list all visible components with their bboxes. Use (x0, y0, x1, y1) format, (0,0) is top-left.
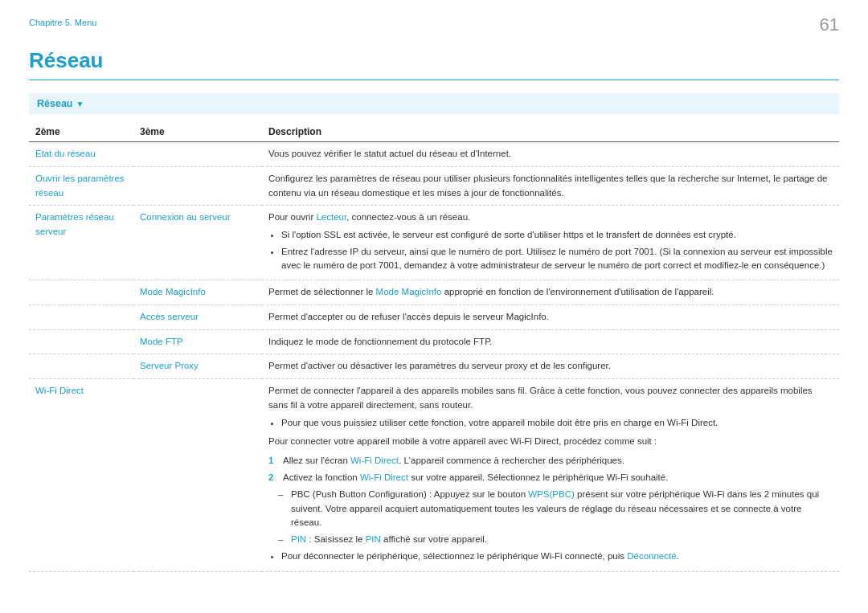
row4-col1 (29, 280, 133, 305)
row8-col1: Wi-Fi Direct (29, 379, 133, 571)
num-1: 1 (268, 454, 280, 468)
serveur-proxy-link[interactable]: Serveur Proxy (140, 361, 199, 370)
table-row: Accès serveur Permet d'accepter ou de re… (29, 304, 839, 329)
table-row: Serveur Proxy Permet d'activer ou désact… (29, 354, 839, 379)
numbered-text-2: Activez la fonction Wi-Fi Direct sur vot… (283, 471, 668, 484)
col-header-1: 2ème (29, 122, 133, 142)
wifi-direct-bullets: Pour que vous puissiez utiliser cette fo… (281, 416, 833, 430)
row1-col2 (133, 142, 262, 167)
row4-col2: Mode MagicInfo (133, 280, 262, 305)
list-item: Pour déconnecter le périphérique, sélect… (281, 550, 833, 563)
deconnecte-link[interactable]: Déconnecté (627, 551, 676, 561)
row4-col3: Permet de sélectionner le Mode MagicInfo… (262, 280, 839, 305)
row7-col3: Permet d'activer ou désactiver les param… (262, 354, 839, 379)
content-table: 2ème 3ème Description État du réseau Vou… (29, 122, 839, 572)
page-number: 61 (820, 14, 839, 35)
connexion-serveur-link[interactable]: Connexion au serveur (140, 212, 231, 222)
mode-ftp-link[interactable]: Mode FTP (140, 337, 183, 346)
page-title: Réseau (29, 48, 839, 73)
pin-text: PIN : Saisissez le PIN affiché sur votre… (291, 533, 487, 546)
params-reseau-serveur-link[interactable]: Paramètres réseau serveur (35, 212, 114, 236)
row1-col3: Vous pouvez vérifier le statut actuel du… (262, 142, 839, 167)
wifi-direct-intro2: Pour connecter votre appareil mobile à v… (268, 435, 833, 449)
wifi-direct-part1: Permet de connecter l'appareil à des app… (268, 386, 813, 410)
table-row: Paramètres réseau serveur Connexion au s… (29, 206, 839, 280)
list-item-pin: PIN : Saisissez le PIN affiché sur votre… (278, 533, 833, 546)
wps-pbc-link[interactable]: WPS(PBC) (528, 489, 575, 499)
chapter-label: Chapitre 5. Menu (29, 18, 96, 27)
pin-link-2[interactable]: PIN (366, 534, 381, 544)
title-divider (29, 80, 839, 80)
mode-magicinfo-link[interactable]: Mode MagicInfo (140, 287, 206, 296)
row6-col3: Indiquez le mode de fonctionnement du pr… (262, 329, 839, 354)
row6-col2: Mode FTP (133, 329, 262, 354)
row6-col1 (29, 329, 133, 354)
row2-col2 (133, 166, 262, 206)
table-row: Mode MagicInfo Permet de sélectionner le… (29, 280, 839, 305)
row5-col2: Accès serveur (133, 304, 262, 329)
table-row: Mode FTP Indiquez le mode de fonctionnem… (29, 329, 839, 354)
wifi-direct-final-bullet: Pour déconnecter le périphérique, sélect… (281, 550, 833, 563)
row7-col2: Serveur Proxy (133, 354, 262, 379)
row3-col1: Paramètres réseau serveur (29, 206, 133, 280)
row8-col3: Permet de connecter l'appareil à des app… (262, 379, 839, 571)
lecteur-link[interactable]: Lecteur (316, 212, 346, 222)
row2-col3: Configurez les paramètres de réseau pour… (262, 166, 839, 206)
numbered-item-2: 2 Activez la fonction Wi-Fi Direct sur v… (268, 471, 833, 484)
wifi-direct-dash-list: PBC (Push Button Configuration) : Appuye… (278, 488, 833, 546)
list-item: Entrez l'adresse IP du serveur, ainsi qu… (281, 245, 833, 273)
main-content: Réseau Réseau ▼ 2ème 3ème Description Ét… (0, 48, 868, 572)
row2-col1: Ouvrir les paramètres réseau (29, 166, 133, 206)
list-item-pbc: PBC (Push Button Configuration) : Appuye… (278, 488, 833, 529)
pin-link[interactable]: PIN (291, 534, 306, 544)
table-row: Wi-Fi Direct Permet de connecter l'appar… (29, 379, 839, 571)
wifi-direct-link-inline-1[interactable]: Wi-Fi Direct (350, 456, 399, 465)
ouvrir-params-link[interactable]: Ouvrir les paramètres réseau (35, 174, 125, 198)
pbc-text: PBC (Push Button Configuration) : Appuye… (291, 488, 833, 529)
numbered-text-1: Allez sur l'écran Wi-Fi Direct. L'appare… (283, 454, 624, 468)
row3-col3: Pour ouvrir Lecteur, connectez-vous à un… (262, 206, 839, 280)
col-header-2: 3ème (133, 122, 262, 142)
row7-col1 (29, 354, 133, 379)
etat-reseau-link[interactable]: État du réseau (35, 149, 96, 158)
row3-bullets: Si l'option SSL est activée, le serveur … (281, 228, 833, 272)
section-label: Réseau (37, 98, 72, 109)
num-2: 2 (268, 471, 280, 484)
acces-serveur-link[interactable]: Accès serveur (140, 312, 199, 321)
row3-intro: Pour ouvrir Lecteur, connectez-vous à un… (268, 212, 470, 222)
table-header-row: 2ème 3ème Description (29, 122, 839, 142)
row1-col1: État du réseau (29, 142, 133, 167)
section-arrow-icon: ▼ (76, 100, 84, 108)
wifi-direct-link[interactable]: Wi-Fi Direct (35, 386, 84, 395)
col-header-3: Description (262, 122, 839, 142)
table-row: État du réseau Vous pouvez vérifier le s… (29, 142, 839, 167)
row3-col2: Connexion au serveur (133, 206, 262, 280)
mode-magicinfo-inline-link[interactable]: Mode MagicInfo (376, 287, 442, 296)
row5-col3: Permet d'accepter ou de refuser l'accès … (262, 304, 839, 329)
table-row: Ouvrir les paramètres réseau Configurez … (29, 166, 839, 206)
list-item: Pour que vous puissiez utiliser cette fo… (281, 416, 833, 430)
list-item: Si l'option SSL est activée, le serveur … (281, 228, 833, 242)
row8-col2 (133, 379, 262, 571)
section-header: Réseau ▼ (29, 93, 839, 114)
row5-col1 (29, 304, 133, 329)
wifi-direct-numbered: 1 Allez sur l'écran Wi-Fi Direct. L'appa… (268, 454, 833, 485)
numbered-item-1: 1 Allez sur l'écran Wi-Fi Direct. L'appa… (268, 454, 833, 468)
wifi-direct-link-inline-2[interactable]: Wi-Fi Direct (360, 472, 408, 482)
